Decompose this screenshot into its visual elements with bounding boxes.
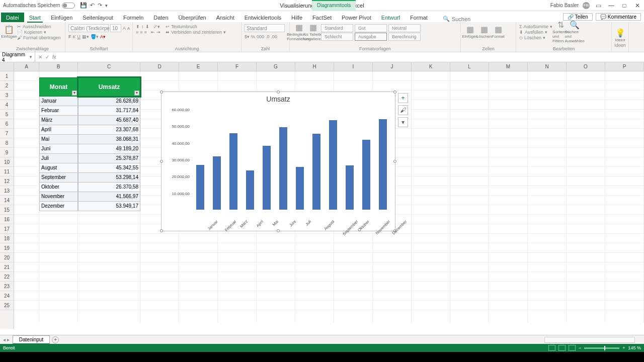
chart-bar[interactable] [279,127,287,210]
column-header[interactable]: I [334,62,373,71]
column-header[interactable]: F [218,62,257,71]
comments-button[interactable]: 💬Kommentare [596,13,641,21]
currency-icon[interactable]: $▾ [245,34,250,39]
row-header[interactable]: 2 [0,81,14,90]
column-header[interactable]: M [489,62,528,71]
chart-styles-button[interactable]: 🖌 [398,105,408,115]
new-sheet-button[interactable]: + [52,336,59,343]
column-header[interactable]: C [78,62,140,71]
chart-filters-button[interactable]: ▾ [398,117,408,127]
table-row[interactable]: Juli25.378,87 [39,154,140,163]
chart-elements-button[interactable]: + [398,93,408,103]
indent-in-icon[interactable]: ⇥ [156,30,160,35]
cell-month[interactable]: September [39,173,78,183]
tab-ansicht[interactable]: Ansicht [211,13,239,22]
ribbon-display-icon[interactable]: ▭ [594,2,603,9]
table-row[interactable]: September53.298,14 [39,173,140,183]
paste-button[interactable]: 📋Einfügen [3,24,15,39]
row-header[interactable]: 22 [0,272,14,282]
font-color-icon[interactable]: A▾ [100,34,106,39]
bold-button[interactable]: F [68,34,71,39]
close-icon[interactable]: ✕ [633,2,642,9]
inc-decimal-icon[interactable]: .0 [266,34,270,39]
name-box[interactable]: Diagramm 4▼ [0,51,35,64]
zoom-out-icon[interactable]: − [579,345,581,350]
fx-icon[interactable]: fx [52,54,56,60]
style-schlecht[interactable]: Schlecht [321,33,353,41]
minimize-icon[interactable]: — [607,2,616,9]
style-gut[interactable]: Gut [355,24,387,32]
chart-bar[interactable] [246,170,254,210]
align-left-icon[interactable]: ≡ [136,30,138,35]
tab-seitenlayout[interactable]: Seitenlayout [77,13,118,22]
toggle-off-icon[interactable] [62,3,75,9]
row-header[interactable]: 3 [0,90,14,100]
row-header[interactable]: 25 [0,301,14,310]
table-row[interactable]: April23.307,68 [39,125,140,135]
tab-format[interactable]: Format [405,13,433,22]
row-header[interactable]: 6 [0,119,14,129]
format-cells-button[interactable]: ▦Format [492,24,504,39]
undo-icon[interactable]: ↶ [90,2,95,9]
column-header[interactable]: A [14,62,39,71]
row-header[interactable]: 11 [0,167,14,176]
cell-umsatz[interactable]: 26.628,69 [78,97,140,106]
column-header[interactable]: P [605,62,644,71]
insert-cells-button[interactable]: ▦Einfügen [464,24,476,39]
chart-bar[interactable] [362,140,370,210]
cell-month[interactable]: Januar [39,97,78,106]
table-row[interactable]: November41.566,97 [39,192,140,202]
align-top-icon[interactable]: ⬆ [136,24,140,29]
table-header-monat[interactable]: Monat▼ [39,77,78,97]
number-format-select[interactable]: Standard [245,24,285,32]
indent-out-icon[interactable]: ⇤ [151,30,155,35]
horizontal-scrollbar[interactable] [544,337,635,343]
cell-month[interactable]: Februar [39,106,78,116]
cell-month[interactable]: Juli [39,154,78,163]
page-layout-view-icon[interactable] [558,345,566,351]
row-header[interactable]: 10 [0,157,14,167]
autosum-button[interactable]: Σ AutoSumme ▾ [519,24,552,29]
tab-hilfe[interactable]: Hilfe [286,13,307,22]
row-header[interactable]: 24 [0,291,14,301]
cell-umsatz[interactable]: 45.687,40 [78,116,140,125]
tell-me-search[interactable]: 🔍 Suchen [443,16,470,22]
column-header[interactable]: J [373,62,412,71]
row-header[interactable]: 8 [0,138,14,148]
align-center-icon[interactable]: ≡ [140,30,142,35]
row-header[interactable]: 16 [0,215,14,224]
row-header[interactable]: 15 [0,205,14,215]
select-all-triangle[interactable] [0,62,14,71]
cell-umsatz[interactable]: 31.717,84 [78,106,140,116]
chart-bar[interactable] [296,167,304,210]
chart-bar[interactable] [346,165,354,210]
tab-start[interactable]: Start [24,13,46,22]
resize-handle[interactable] [277,90,280,94]
tab-formeln[interactable]: Formeln [118,13,148,22]
sheet-nav-icon[interactable]: ◂ ▸ [0,337,13,342]
delete-cells-button[interactable]: ▦Löschen [478,24,490,39]
decrease-font-icon[interactable]: A [127,26,130,31]
cell-umsatz[interactable]: 53.949,17 [78,202,140,211]
cancel-formula-icon[interactable]: ✕ [38,54,42,60]
format-painter-button[interactable]: 🖌 Format übertragen [17,35,61,40]
normal-view-icon[interactable] [548,345,555,351]
table-row[interactable]: März45.687,40 [39,116,140,125]
align-bottom-icon[interactable]: ⬇ [145,24,149,29]
column-header[interactable]: B [39,62,78,71]
percent-icon[interactable]: % [251,34,255,39]
cell-month[interactable]: Mai [39,135,78,144]
cell-month[interactable]: Dezember [39,202,78,211]
border-icon[interactable]: ▦▾ [82,34,89,39]
table-row[interactable]: Juni49.189,20 [39,144,140,154]
orientation-icon[interactable]: ⤢▾ [153,24,160,29]
tab-daten[interactable]: Daten [148,13,173,22]
maximize-icon[interactable]: □ [620,2,629,9]
filter-dropdown-icon[interactable]: ▼ [72,90,77,96]
fill-color-icon[interactable]: 🪣▾ [91,34,99,39]
tab-datei[interactable]: Datei [1,13,24,22]
row-header[interactable]: 14 [0,196,14,205]
tab-factset[interactable]: FactSet [307,13,337,22]
clear-button[interactable]: ◇ Löschen ▾ [519,35,552,40]
row-header[interactable]: 5 [0,110,14,119]
